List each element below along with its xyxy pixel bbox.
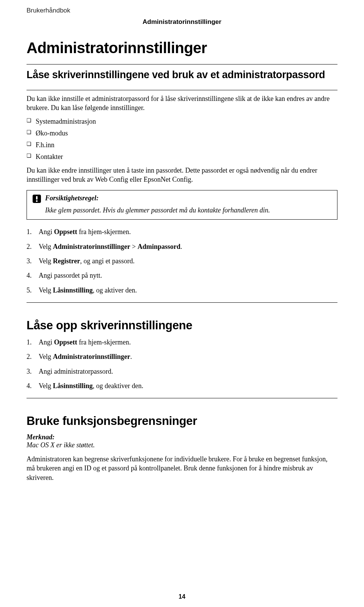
lockable-settings-list: Systemadministrasjon Øko-modus F.h.inn K… bbox=[27, 116, 337, 162]
section2-heading: Låse opp skriverinnstillingene bbox=[27, 319, 337, 332]
step-text: Velg Låsinnstilling, og aktiver den. bbox=[39, 286, 137, 295]
step-number: 3. bbox=[27, 256, 39, 266]
document-page: Brukerhåndbok Administratorinnstillinger… bbox=[0, 0, 364, 607]
section1-heading: Låse skriverinnstillingene ved bruk av e… bbox=[27, 69, 337, 81]
section-unlock-settings: Låse opp skriverinnstillingene bbox=[27, 302, 337, 332]
step-item: 1. Angi Oppsett fra hjem-skjermen. bbox=[27, 338, 337, 347]
note-label: Merknad: bbox=[27, 433, 337, 441]
list-item: F.h.inn bbox=[27, 140, 337, 150]
step-text: Angi Oppsett fra hjem-skjermen. bbox=[39, 338, 131, 347]
page-number: 14 bbox=[0, 593, 364, 600]
note-body: Mac OS X er ikke støttet. bbox=[27, 441, 337, 449]
page-title: Administratorinnstillinger bbox=[27, 39, 337, 57]
step-item: 5. Velg Låsinnstilling, og aktiver den. bbox=[27, 286, 337, 295]
step-item: 3. Velg Registrer, og angi et passord. bbox=[27, 256, 337, 266]
caution-icon bbox=[32, 194, 41, 203]
section1-steps: 1. Angi Oppsett fra hjem-skjermen. 2. Ve… bbox=[27, 227, 337, 294]
step-number: 2. bbox=[27, 242, 39, 251]
step-text: Velg Låsinnstilling, og deaktiver den. bbox=[39, 381, 143, 390]
step-number: 5. bbox=[27, 286, 39, 295]
svg-rect-1 bbox=[36, 196, 38, 200]
step-item: 4. Angi passordet på nytt. bbox=[27, 271, 337, 280]
step-text: Angi passordet på nytt. bbox=[39, 271, 102, 280]
caution-box: Forsiktighetsregel: Ikke glem passordet.… bbox=[27, 190, 337, 220]
section3-heading: Bruke funksjonsbegrensninger bbox=[27, 414, 337, 428]
step-number: 1. bbox=[27, 338, 39, 347]
step-text: Angi administratorpassord. bbox=[39, 367, 113, 376]
step-item: 2. Velg Administratorinnstillinger > Adm… bbox=[27, 242, 337, 251]
step-number: 1. bbox=[27, 227, 39, 236]
list-item: Øko-modus bbox=[27, 128, 337, 138]
list-item: Systemadministrasjon bbox=[27, 116, 337, 127]
section3-body: Administratoren kan begrense skriverfunk… bbox=[27, 454, 337, 482]
section1-intro: Du kan ikke innstille et administratorpa… bbox=[27, 94, 337, 113]
step-item: 4. Velg Låsinnstilling, og deaktiver den… bbox=[27, 381, 337, 390]
step-number: 2. bbox=[27, 352, 39, 361]
step-item: 1. Angi Oppsett fra hjem-skjermen. bbox=[27, 227, 337, 236]
section2-steps: 1. Angi Oppsett fra hjem-skjermen. 2. Ve… bbox=[27, 338, 337, 390]
section-lock-settings: Låse skriverinnstillingene ved bruk av e… bbox=[27, 64, 337, 90]
caution-label: Forsiktighetsregel: bbox=[45, 194, 99, 202]
step-text: Velg Administratorinnstillinger. bbox=[39, 352, 132, 361]
step-item: 3. Angi administratorpassord. bbox=[27, 367, 337, 376]
section-feature-restrictions: Bruke funksjonsbegrensninger bbox=[27, 398, 337, 428]
caution-body: Ikke glem passordet. Hvis du glemmer pas… bbox=[45, 206, 332, 215]
section1-after-bullets: Du kan ikke endre innstillinger uten å t… bbox=[27, 166, 337, 184]
step-text: Angi Oppsett fra hjem-skjermen. bbox=[39, 227, 131, 236]
section-header: Administratorinnstillinger bbox=[27, 18, 337, 26]
step-item: 2. Velg Administratorinnstillinger. bbox=[27, 352, 337, 361]
step-text: Velg Registrer, og angi et passord. bbox=[39, 256, 135, 266]
step-number: 3. bbox=[27, 367, 39, 376]
step-number: 4. bbox=[27, 271, 39, 280]
list-item: Kontakter bbox=[27, 152, 337, 162]
step-number: 4. bbox=[27, 381, 39, 390]
svg-rect-2 bbox=[36, 200, 38, 202]
step-text: Velg Administratorinnstillinger > Adminp… bbox=[39, 242, 182, 251]
doc-label: Brukerhåndbok bbox=[27, 7, 337, 14]
